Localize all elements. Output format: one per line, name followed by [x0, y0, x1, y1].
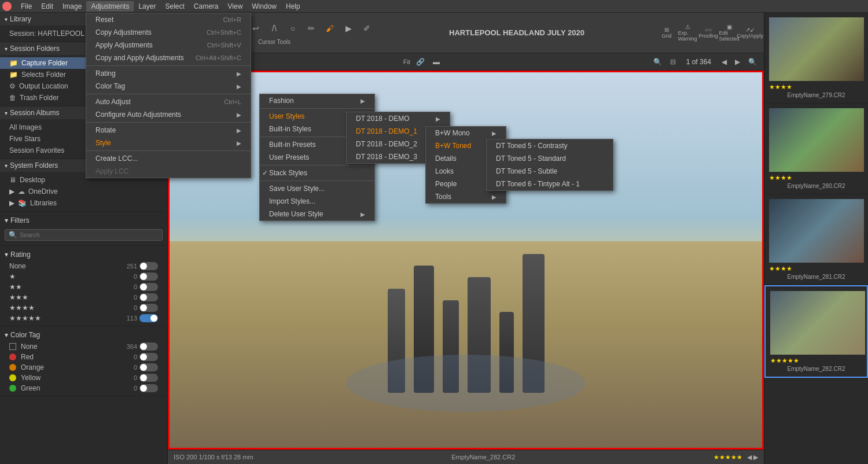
cursor-tool-stamp[interactable]: ▶: [340, 20, 356, 36]
system-folders-label: System Folders: [10, 161, 58, 170]
library-title: Library: [10, 15, 31, 23]
menu-help[interactable]: Help: [281, 1, 305, 12]
menu-apply-adjustments[interactable]: Apply Adjustments Ctrl+Shift+V: [86, 39, 251, 51]
menu-edit[interactable]: Edit: [36, 1, 58, 12]
menu-reset[interactable]: Reset Ctrl+R: [86, 13, 251, 26]
thumbnail-280[interactable]: ★★★★ EmptyName_280.CR2: [764, 104, 868, 194]
menu-rating[interactable]: Rating ▶: [86, 67, 251, 80]
style-save-user[interactable]: Save User Style...: [260, 182, 374, 195]
user-style-demo[interactable]: DT 2018 - DEMO ▶: [347, 112, 450, 125]
menu-view[interactable]: View: [223, 1, 248, 12]
color-red-toggle[interactable]: [139, 353, 158, 361]
rating-1-toggle[interactable]: [139, 272, 158, 281]
thumb-img-281: [769, 199, 864, 263]
bw-mono-arrow: ▶: [492, 130, 496, 137]
toned-tintype[interactable]: DT Toned 6 - Tintype Alt - 1: [487, 178, 613, 190]
filters-header[interactable]: ▾ Filters: [0, 214, 167, 227]
edit-selected-icon[interactable]: ▣ Edit Selected: [721, 24, 737, 42]
style-stack-styles[interactable]: Stack Styles: [260, 167, 374, 179]
color-orange-dot: [9, 364, 16, 371]
rating-header[interactable]: ▾ Rating: [0, 248, 167, 261]
menu-style[interactable]: Style ▶: [86, 137, 251, 149]
trash-folder-label: Trash Folder: [20, 94, 59, 102]
cursor-tool-erase[interactable]: ✐: [359, 20, 375, 36]
battery-icon[interactable]: ▬: [431, 57, 442, 67]
menu-select[interactable]: Select: [160, 1, 189, 12]
thumb-img-282: [770, 291, 865, 355]
proofing-icon[interactable]: ○○ Proofing: [700, 27, 716, 39]
output-location-label: Output Location: [19, 82, 68, 90]
rating-2-toggle[interactable]: [139, 283, 158, 291]
menu-window[interactable]: Window: [247, 1, 281, 12]
cursor-tool-brush[interactable]: 🖌: [322, 20, 338, 36]
thumb-stars-279: ★★★★: [769, 83, 863, 91]
thumbnail-279[interactable]: ★★★★ EmptyName_279.CR2: [764, 13, 868, 104]
thumb-name-280: EmptyName_280.CR2: [769, 183, 863, 189]
rating-4-toggle[interactable]: [139, 304, 158, 312]
rating-row-2: ★★ 0: [0, 282, 167, 292]
link-icon[interactable]: 🔗: [414, 57, 427, 67]
bw-mono[interactable]: B+W Mono ▶: [426, 127, 506, 139]
menu-configure-auto[interactable]: Configure Auto Adjustments ▶: [86, 108, 251, 121]
menu-auto-adjust[interactable]: Auto Adjust Ctrl+L: [86, 95, 251, 108]
rating-3-toggle[interactable]: [139, 293, 158, 301]
thumbnail-282[interactable]: ★★★★★ EmptyName_282.CR2: [764, 285, 868, 378]
menu-create-lcc[interactable]: Create LCC...: [86, 152, 251, 165]
color-yellow-toggle[interactable]: [139, 374, 158, 382]
color-none-count: 364: [120, 343, 137, 350]
thumbnail-281[interactable]: ★★★★ EmptyName_281.CR2: [764, 194, 868, 285]
color-tag-header[interactable]: ▾ Color Tag: [0, 329, 167, 341]
copy-apply-icon[interactable]: ↗↙ Copy/Apply: [742, 27, 758, 39]
style-fashion[interactable]: Fashion ▶: [260, 94, 374, 107]
toned-subtle[interactable]: DT Toned 5 - Subtle: [487, 165, 613, 178]
grid-icon[interactable]: ⊞ Grid: [659, 27, 675, 39]
menu-layer[interactable]: Layer: [134, 1, 160, 12]
menu-adjustments[interactable]: Adjustments: [86, 1, 134, 12]
people-label: People: [435, 180, 457, 188]
exp-warning-icon[interactable]: ⚠ Exp. Warning: [679, 24, 696, 42]
rating-none-toggle[interactable]: [139, 262, 158, 270]
menu-rotate[interactable]: Rotate ▶: [86, 124, 251, 137]
rating-4-label: ★★★★: [9, 304, 117, 312]
nav-prev-icon[interactable]: ◀: [719, 57, 729, 67]
color-green-toggle[interactable]: [139, 384, 158, 392]
cursor-tool-circle[interactable]: ○: [285, 20, 301, 36]
rating-row-1: ★ 0: [0, 271, 167, 282]
menu-image[interactable]: Image: [58, 1, 86, 12]
demo-arrow: ▶: [436, 116, 440, 122]
toned-contrasty[interactable]: DT Toned 5 - Contrasty: [487, 139, 613, 152]
menu-file[interactable]: File: [16, 1, 36, 12]
rating-5-toggle[interactable]: [139, 314, 158, 322]
zoom-icon[interactable]: 🔍: [651, 57, 664, 67]
trash-icon: 🗑: [9, 94, 16, 102]
color-orange-label: Orange: [21, 363, 117, 371]
sidebar-item-libraries[interactable]: ▶ 📚 Libraries: [0, 197, 167, 209]
menu-copy-apply[interactable]: Copy and Apply Adjustments Ctrl+Alt+Shif…: [86, 51, 251, 64]
toned-standard-label: DT Toned 5 - Standard: [496, 154, 566, 163]
tools-label: Tools: [435, 193, 451, 201]
toned-standard[interactable]: DT Toned 5 - Standard: [487, 152, 613, 165]
menu-copy-adjustments[interactable]: Copy Adjustments Ctrl+Shift+C: [86, 26, 251, 39]
thumb-name-282: EmptyName_282.CR2: [770, 366, 862, 372]
menu-camera[interactable]: Camera: [189, 1, 223, 12]
right-sidebar: ★★★★ EmptyName_279.CR2 ★★★★ EmptyName_28…: [764, 13, 868, 464]
color-none-box: [9, 343, 16, 350]
search-input[interactable]: [20, 231, 159, 238]
menu-color-tag[interactable]: Color Tag ▶: [86, 80, 251, 93]
color-none-toggle[interactable]: [139, 343, 158, 351]
style-delete[interactable]: Delete User Style ▶: [260, 208, 374, 220]
nav-next-icon[interactable]: ▶: [733, 57, 742, 67]
rotate-label: Rotate: [95, 126, 116, 134]
style-import[interactable]: Import Styles...: [260, 195, 374, 208]
tools[interactable]: Tools ▶: [426, 190, 506, 203]
session-albums-label: Session Albums: [10, 109, 59, 117]
toned-subtle-label: DT Toned 5 - Subtle: [496, 167, 557, 175]
rating-label: Rating: [95, 69, 116, 78]
split-icon[interactable]: ⊟: [668, 57, 678, 67]
cursor-tool-lines[interactable]: /\: [266, 20, 282, 36]
cursor-tool-pen[interactable]: ✏: [303, 20, 319, 36]
search-icon[interactable]: 🔍: [746, 57, 759, 67]
search-box[interactable]: 🔍: [5, 229, 163, 241]
color-orange-toggle[interactable]: [139, 363, 158, 371]
sidebar-item-onedrive[interactable]: ▶ ☁ OneDrive: [0, 186, 167, 197]
